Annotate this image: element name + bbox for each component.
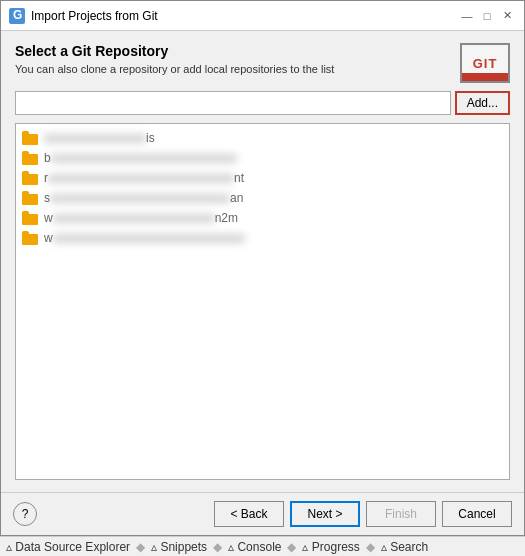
window-title: Import Projects from Git <box>31 9 158 23</box>
close-button[interactable]: ✕ <box>498 7 516 25</box>
folder-icon <box>22 231 38 245</box>
footer-buttons: ? < Back Next > Finish Cancel <box>13 501 512 527</box>
cancel-button[interactable]: Cancel <box>442 501 512 527</box>
git-logo-stripe <box>462 73 508 81</box>
window-icon: G <box>9 8 25 24</box>
finish-button[interactable]: Finish <box>366 501 436 527</box>
search-row: Add... <box>15 91 510 115</box>
list-item[interactable]: xxxxxxxxxxxxxxxxxis <box>16 128 509 148</box>
page-header-left: Select a Git Repository You can also clo… <box>15 43 460 75</box>
folder-icon <box>22 151 38 165</box>
page-header: Select a Git Repository You can also clo… <box>15 43 510 83</box>
maximize-button[interactable]: □ <box>478 7 496 25</box>
list-item[interactable]: wxxxxxxxxxxxxxxxxxxxxxxxxxxxn2m <box>16 208 509 228</box>
page-title: Select a Git Repository <box>15 43 460 59</box>
repo-name: xxxxxxxxxxxxxxxxxis <box>44 131 503 145</box>
folder-icon <box>22 191 38 205</box>
status-console[interactable]: ▵ Console <box>228 540 281 554</box>
repo-name: wxxxxxxxxxxxxxxxxxxxxxxxxxxxn2m <box>44 211 503 225</box>
folder-icon <box>22 211 38 225</box>
status-progress[interactable]: ▵ Progress <box>302 540 359 554</box>
search-input[interactable] <box>15 91 451 115</box>
repo-name: bxxxxxxxxxxxxxxxxxxxxxxxxxxxxxxx <box>44 151 503 165</box>
folder-icon <box>22 131 38 145</box>
dialog-content: Select a Git Repository You can also clo… <box>1 31 524 492</box>
help-button[interactable]: ? <box>13 502 37 526</box>
status-snippets[interactable]: ▵ Snippets <box>151 540 207 554</box>
git-logo: GIT <box>460 43 510 83</box>
git-logo-text: GIT <box>473 56 498 71</box>
repo-name: sxxxxxxxxxxxxxxxxxxxxxxxxxxxxxxan <box>44 191 503 205</box>
back-button[interactable]: < Back <box>214 501 284 527</box>
next-button[interactable]: Next > <box>290 501 360 527</box>
folder-icon <box>22 171 38 185</box>
repo-list[interactable]: xxxxxxxxxxxxxxxxxis bxxxxxxxxxxxxxxxxxxx… <box>15 123 510 480</box>
title-controls: — □ ✕ <box>458 7 516 25</box>
minimize-button[interactable]: — <box>458 7 476 25</box>
repo-name: wxxxxxxxxxxxxxxxxxxxxxxxxxxxxxxxx <box>44 231 503 245</box>
title-bar-left: G Import Projects from Git <box>9 8 158 24</box>
status-bar: ▵ Data Source Explorer ◆ ▵ Snippets ◆ ▵ … <box>0 536 525 556</box>
status-datasource[interactable]: ▵ Data Source Explorer <box>6 540 130 554</box>
list-item[interactable]: bxxxxxxxxxxxxxxxxxxxxxxxxxxxxxxx <box>16 148 509 168</box>
list-item[interactable]: wxxxxxxxxxxxxxxxxxxxxxxxxxxxxxxxx <box>16 228 509 248</box>
main-window: G Import Projects from Git — □ ✕ Select … <box>0 0 525 536</box>
title-bar: G Import Projects from Git — □ ✕ <box>1 1 524 31</box>
svg-text:G: G <box>13 10 22 22</box>
repo-name: rxxxxxxxxxxxxxxxxxxxxxxxxxxxxxxxnt <box>44 171 503 185</box>
list-item[interactable]: sxxxxxxxxxxxxxxxxxxxxxxxxxxxxxxan <box>16 188 509 208</box>
status-search[interactable]: ▵ Search <box>381 540 428 554</box>
dialog-footer: ? < Back Next > Finish Cancel <box>1 492 524 535</box>
page-subtitle: You can also clone a repository or add l… <box>15 63 460 75</box>
add-button[interactable]: Add... <box>455 91 510 115</box>
list-item[interactable]: rxxxxxxxxxxxxxxxxxxxxxxxxxxxxxxxnt <box>16 168 509 188</box>
